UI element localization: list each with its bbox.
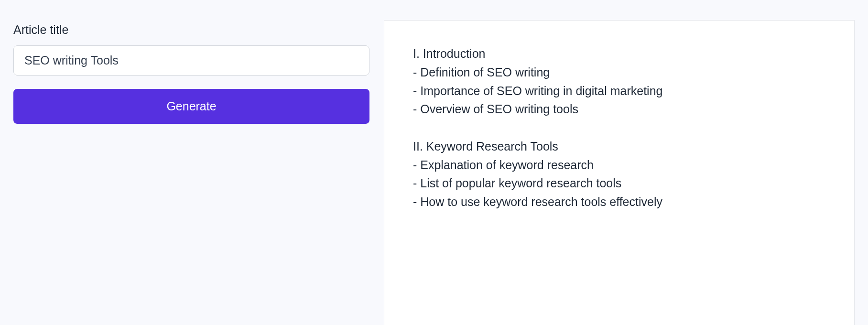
outline-text: I. Introduction - Definition of SEO writ… <box>413 44 825 211</box>
main-container: Article title Generate I. Introduction -… <box>0 0 868 325</box>
input-panel: Article title Generate <box>13 23 369 325</box>
article-title-input[interactable] <box>13 45 369 76</box>
output-panel: I. Introduction - Definition of SEO writ… <box>384 20 855 325</box>
article-title-label: Article title <box>13 23 369 37</box>
generate-button[interactable]: Generate <box>13 89 369 124</box>
